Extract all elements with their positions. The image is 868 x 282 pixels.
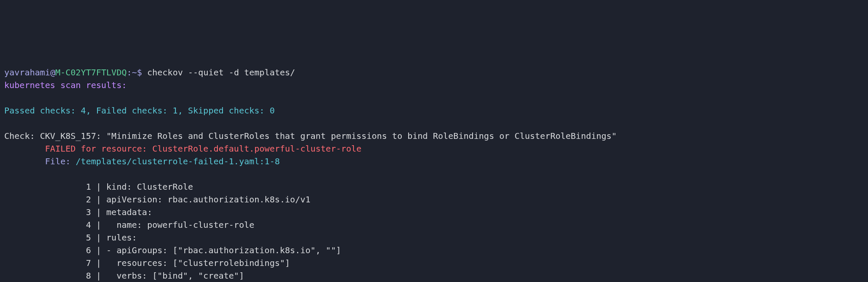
terminal[interactable]: yavrahami@M-C02YT7FTLVDQ:~$ checkov --qu… (0, 64, 868, 282)
code-line-2: 2 | apiVersion: rbac.authorization.k8s.i… (4, 194, 310, 205)
code-line-1: 1 | kind: ClusterRole (4, 182, 193, 192)
prompt-colon: : (127, 67, 132, 77)
code-line-6: 6 | - apiGroups: ["rbac.authorization.k8… (4, 245, 341, 255)
summary-line: Passed checks: 4, Failed checks: 1, Skip… (4, 105, 275, 116)
prompt-path: ~ (132, 67, 137, 77)
failed-line: FAILED for resource: ClusterRole.default… (4, 144, 362, 154)
file-value: /templates/clusterrole-failed-1.yaml:1-8 (76, 156, 280, 166)
code-line-3: 3 | metadata: (4, 207, 152, 217)
file-label: File: (4, 156, 76, 166)
code-line-8: 8 | verbs: ["bind", "create"] (4, 271, 244, 281)
check-line: Check: CKV_K8S_157: "Minimize Roles and … (4, 131, 617, 141)
code-line-5: 5 | rules: (4, 232, 137, 243)
prompt-dollar: $ (137, 67, 147, 77)
command-text: checkov --quiet -d templates/ (147, 67, 295, 77)
prompt-user: yavrahami (4, 67, 50, 77)
code-line-7: 7 | resources: ["clusterrolebindings"] (4, 258, 290, 268)
scan-heading: kubernetes scan results: (4, 80, 127, 90)
code-line-4: 4 | name: powerful-cluster-role (4, 220, 254, 230)
prompt-host: M-C02YT7FTLVDQ (55, 67, 127, 77)
prompt-at: @ (50, 67, 55, 77)
